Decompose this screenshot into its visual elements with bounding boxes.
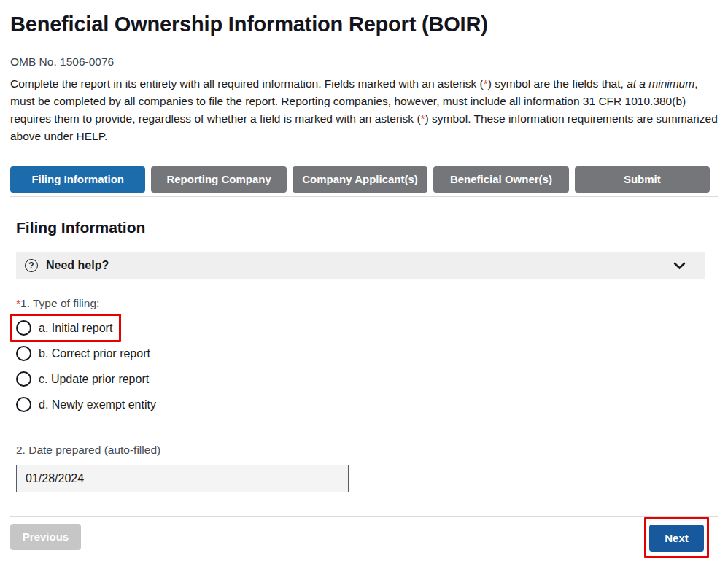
tabbar-divider — [10, 196, 718, 197]
intro-paragraph: Complete the report in its entirety with… — [10, 75, 719, 145]
radio-label-correct-prior-report[interactable]: b. Correct prior report — [39, 347, 150, 360]
type-of-filing-radio-group: a. Initial report b. Correct prior repor… — [16, 320, 712, 413]
radio-option-update-prior-report[interactable]: c. Update prior report — [16, 371, 149, 387]
tab-submit[interactable]: Submit — [575, 166, 710, 193]
boir-filing-page: Beneficial Ownership Information Report … — [0, 0, 728, 572]
radio-label-update-prior-report[interactable]: c. Update prior report — [39, 373, 149, 386]
question-circle-icon: ? — [25, 259, 38, 272]
section-heading: Filing Information — [16, 219, 712, 236]
date-prepared-input[interactable] — [16, 465, 349, 492]
radio-option-initial-report[interactable]: a. Initial report — [16, 320, 112, 336]
footer-divider — [10, 516, 718, 517]
tab-filing-information[interactable]: Filing Information — [10, 166, 145, 193]
next-button-wrapper: Next — [649, 525, 704, 552]
radio-button-correct-prior-report[interactable] — [16, 346, 31, 361]
form-tabbar: Filing Information Reporting Company Com… — [10, 166, 710, 193]
date-prepared-label: 2. Date prepared (auto-filled) — [16, 444, 712, 457]
chevron-down-icon — [673, 262, 686, 270]
radio-button-newly-exempt-entity[interactable] — [16, 397, 31, 412]
radio-option-newly-exempt-entity[interactable]: d. Newly exempt entity — [16, 397, 156, 413]
need-help-accordion[interactable]: ? Need help? — [16, 252, 705, 279]
next-button[interactable]: Next — [649, 525, 704, 552]
previous-button[interactable]: Previous — [10, 524, 81, 550]
footer-nav: Previous Next — [10, 524, 713, 552]
page-title: Beneficial Ownership Information Report … — [10, 12, 718, 37]
tab-beneficial-owners[interactable]: Beneficial Owner(s) — [433, 166, 568, 193]
radio-button-initial-report[interactable] — [16, 320, 31, 336]
need-help-label: Need help? — [46, 259, 109, 272]
radio-button-update-prior-report[interactable] — [16, 371, 31, 387]
omb-number: OMB No. 1506-0076 — [10, 55, 718, 69]
tab-reporting-company[interactable]: Reporting Company — [151, 166, 286, 193]
type-of-filing-label: *1. Type of filing: — [16, 297, 712, 310]
tab-company-applicants[interactable]: Company Applicant(s) — [293, 166, 427, 193]
filing-information-section: Filing Information ? Need help? *1. Type… — [10, 219, 718, 492]
radio-label-newly-exempt-entity[interactable]: d. Newly exempt entity — [39, 398, 156, 411]
radio-label-initial-report[interactable]: a. Initial report — [39, 322, 112, 335]
radio-option-correct-prior-report[interactable]: b. Correct prior report — [16, 346, 150, 362]
